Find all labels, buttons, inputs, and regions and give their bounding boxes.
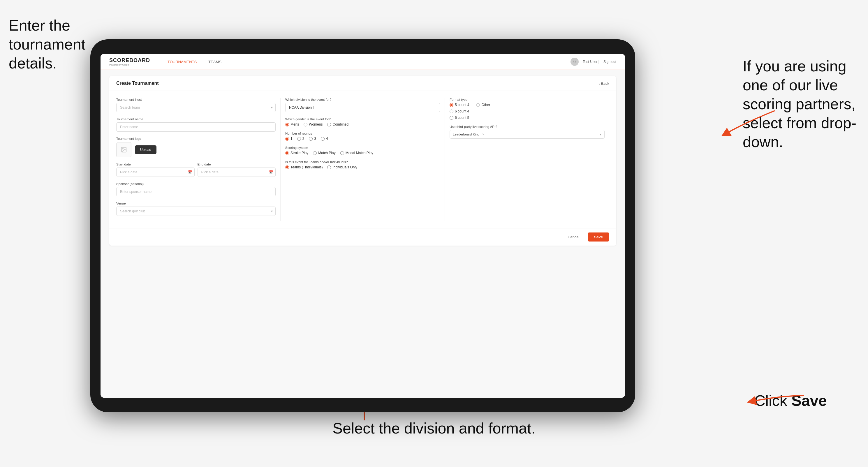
scoring-match-radio[interactable] [313, 151, 317, 155]
logo-sub: Powered by Clippit [109, 63, 150, 66]
format-6count4-radio[interactable] [450, 110, 454, 113]
scoring-group: Scoring system Stroke Play Match Play [285, 146, 440, 155]
annotation-top-right: If you are using one of our live scoring… [743, 57, 865, 152]
scoring-stroke[interactable]: Stroke Play [285, 151, 308, 155]
scoring-medal-match-label: Medal Match Play [346, 151, 373, 155]
format-other[interactable]: Other [476, 103, 490, 107]
rounds-2[interactable]: 2 [297, 137, 305, 141]
annotation-bottom-right: Click Save [754, 391, 865, 410]
scoring-match[interactable]: Match Play [313, 151, 335, 155]
division-select[interactable]: NCAA Division I NCAA Division II NCAA Di… [285, 103, 440, 112]
format-6count5-label: 6 count 5 [455, 116, 469, 120]
save-button[interactable]: Save [588, 232, 609, 242]
form-col-1: Tournament Host ▾ Tournament name Tourna [116, 98, 281, 221]
calendar-icon-end: 📅 [269, 170, 273, 174]
gender-radio-group: Mens Womens Combined [285, 122, 440, 126]
gender-womens[interactable]: Womens [304, 122, 322, 126]
live-scoring-dropdown-icon[interactable]: ▾ [600, 132, 601, 136]
start-date-input[interactable] [116, 167, 195, 177]
rounds-3-label: 3 [314, 137, 316, 141]
gender-mens-radio[interactable] [285, 123, 289, 126]
gender-group: Which gender is the event for? Mens Wome… [285, 117, 440, 126]
annotation-top-left: Enter the tournament details. [9, 16, 102, 73]
event-for-label: Is this event for Teams and/or Individua… [285, 160, 440, 164]
scoring-radio-group: Stroke Play Match Play Medal Match Play [285, 151, 440, 155]
format-5count4[interactable]: 5 count 4 [450, 103, 469, 107]
event-teams-radio[interactable] [285, 165, 289, 169]
nav-tabs: TOURNAMENTS TEAMS [162, 54, 227, 70]
form-body: Tournament Host ▾ Tournament name Tourna [109, 91, 616, 228]
end-date-wrap: 📅 [197, 167, 276, 177]
rounds-label: Number of rounds [285, 132, 440, 135]
tournament-name-input[interactable] [116, 122, 276, 132]
division-label: Which division is the event for? [285, 98, 440, 101]
form-card-title: Create Tournament [116, 81, 159, 86]
format-6count5-radio[interactable] [450, 116, 454, 120]
rounds-group: Number of rounds 1 2 [285, 132, 440, 141]
event-teams-label: Teams (+Individuals) [290, 165, 322, 169]
scoring-label: Scoring system [285, 146, 440, 150]
scoring-medal-match-radio[interactable] [340, 151, 344, 155]
sponsor-group: Sponsor (optional) [116, 182, 276, 196]
nav-tab-tournaments[interactable]: TOURNAMENTS [162, 54, 203, 70]
user-avatar: U [570, 58, 579, 66]
format-options: 5 count 4 Other 6 count 4 [450, 103, 604, 120]
scoring-stroke-label: Stroke Play [290, 151, 308, 155]
tournament-logo-label: Tournament logo [116, 137, 276, 141]
date-group: Start date 📅 End date [116, 162, 276, 177]
event-teams[interactable]: Teams (+Individuals) [285, 165, 322, 169]
form-card-header: Create Tournament ‹ Back [109, 76, 616, 91]
logo-main: SCOREBOARD [109, 57, 150, 63]
gender-combined[interactable]: Combined [327, 122, 348, 126]
click-save-prefix: Click [754, 392, 792, 409]
gender-label: Which gender is the event for? [285, 117, 440, 121]
tournament-name-label: Tournament name [116, 117, 276, 121]
event-individuals[interactable]: Individuals Only [327, 165, 357, 169]
tournament-host-input[interactable] [116, 103, 276, 112]
live-scoring-clear-icon[interactable]: × [482, 132, 484, 136]
calendar-icon: 📅 [188, 170, 192, 174]
svg-point-1 [122, 148, 123, 149]
user-name: Test User | [583, 60, 599, 64]
scoring-match-label: Match Play [318, 151, 335, 155]
gender-mens[interactable]: Mens [285, 122, 299, 126]
gender-combined-radio[interactable] [327, 123, 331, 126]
back-link[interactable]: ‹ Back [598, 81, 609, 86]
rounds-4[interactable]: 4 [321, 137, 328, 141]
nav-tab-teams[interactable]: TEAMS [203, 54, 227, 70]
format-6count4[interactable]: 6 count 4 [450, 109, 604, 113]
format-other-radio[interactable] [476, 103, 480, 107]
sign-out-link[interactable]: Sign out [603, 60, 616, 64]
venue-input-wrap: ▾ [116, 207, 276, 216]
event-individuals-label: Individuals Only [333, 165, 357, 169]
live-scoring-value: Leaderboard King [453, 132, 479, 136]
format-5count4-radio[interactable] [450, 103, 454, 107]
tournament-host-input-wrap: ▾ [116, 103, 276, 112]
rounds-1-radio[interactable] [285, 137, 289, 141]
end-date-input[interactable] [197, 167, 276, 177]
form-col-3: Format type 5 count 4 Other [445, 98, 609, 221]
rounds-3-radio[interactable] [309, 137, 313, 141]
upload-button[interactable]: Upload [135, 145, 156, 154]
gender-mens-label: Mens [290, 122, 299, 126]
rounds-4-radio[interactable] [321, 137, 324, 141]
gender-womens-radio[interactable] [304, 123, 307, 126]
rounds-3[interactable]: 3 [309, 137, 316, 141]
format-6count5[interactable]: 6 count 5 [450, 116, 604, 120]
rounds-2-radio[interactable] [297, 137, 301, 141]
start-date-wrap: 📅 [116, 167, 195, 177]
live-scoring-tag-value: Leaderboard King × [453, 132, 484, 136]
rounds-1[interactable]: 1 [285, 137, 292, 141]
logo-upload-area: Upload [116, 142, 276, 157]
format-row-1: 5 count 4 Other [450, 103, 604, 107]
venue-input[interactable] [116, 207, 276, 216]
live-scoring-select[interactable]: Leaderboard King × ▾ [450, 130, 604, 139]
scoring-medal-match[interactable]: Medal Match Play [340, 151, 373, 155]
sponsor-input[interactable] [116, 187, 276, 196]
event-individuals-radio[interactable] [327, 165, 331, 169]
scoring-stroke-radio[interactable] [285, 151, 289, 155]
cancel-button[interactable]: Cancel [563, 232, 584, 242]
date-fields: Start date 📅 End date [116, 162, 276, 177]
gender-combined-label: Combined [333, 122, 348, 126]
format-other-label: Other [482, 103, 490, 107]
